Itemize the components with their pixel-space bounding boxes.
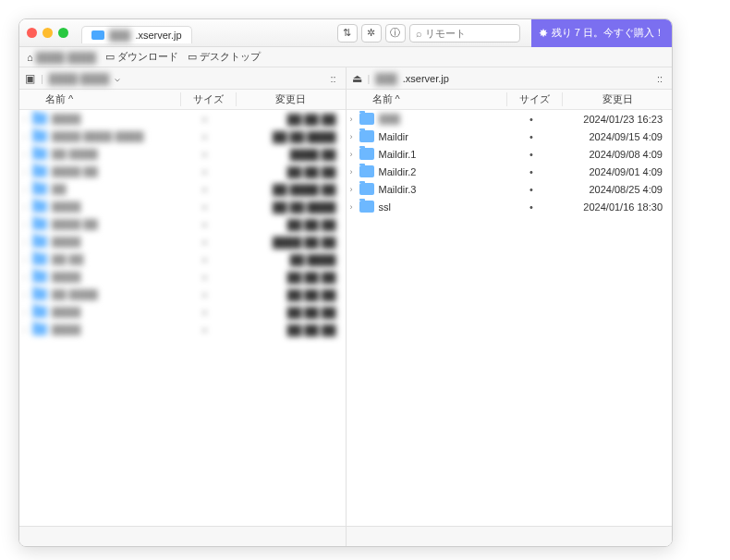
info-button[interactable]: ⓘ bbox=[385, 24, 406, 43]
file-size: • bbox=[177, 166, 233, 177]
file-size: • bbox=[177, 219, 233, 230]
file-name: ████ ████ ████ bbox=[52, 131, 177, 142]
file-row[interactable]: ›████•██ ██ ██ bbox=[19, 321, 346, 338]
file-date: ██ ██ ██ bbox=[233, 114, 342, 125]
col-name[interactable]: 名前 ^ bbox=[347, 92, 508, 106]
search-field[interactable]: ⌕ bbox=[409, 24, 520, 43]
disclosure-icon[interactable]: › bbox=[23, 167, 32, 177]
file-row[interactable]: ›████•██ ██ ████ bbox=[19, 198, 346, 215]
file-row[interactable]: ›Maildir.2•2024/09/01 4:09 bbox=[347, 163, 673, 180]
file-date: 2024/01/23 16:23 bbox=[559, 114, 668, 125]
minimize-button[interactable] bbox=[43, 28, 53, 38]
file-row[interactable]: ›████ ██•██ ██ ██ bbox=[19, 163, 346, 180]
volume-dropdown[interactable]: ⌵ bbox=[115, 73, 120, 83]
disclosure-icon[interactable]: › bbox=[350, 115, 359, 124]
col-date[interactable]: 変更日 bbox=[237, 92, 346, 106]
disclosure-icon[interactable]: › bbox=[23, 185, 32, 194]
file-row[interactable]: ›████•██ ██ ██ bbox=[19, 268, 346, 286]
folder-icon bbox=[32, 165, 47, 177]
folder-icon bbox=[32, 130, 47, 142]
file-row[interactable]: ›██•██ ████ ██ bbox=[19, 180, 346, 198]
gear-icon: ✸ bbox=[539, 27, 548, 40]
file-date: ██ ██ ██ bbox=[233, 166, 342, 177]
local-columns: 名前 ^ サイズ 変更日 bbox=[19, 90, 346, 110]
disclosure-icon[interactable]: › bbox=[23, 150, 32, 159]
sync-button[interactable]: ✲ bbox=[361, 24, 382, 43]
file-date: ████ ██ bbox=[233, 149, 342, 160]
file-size: • bbox=[504, 131, 559, 142]
file-name: ████ bbox=[52, 237, 177, 248]
disclosure-icon[interactable]: › bbox=[23, 220, 32, 229]
file-name: Maildir.1 bbox=[379, 149, 505, 160]
window-controls bbox=[27, 28, 68, 38]
disclosure-icon[interactable]: › bbox=[23, 290, 32, 299]
remote-header: ⏏ | ███ .xserver.jp :: bbox=[347, 67, 673, 90]
file-row[interactable]: ›██ ████•████ ██ bbox=[19, 145, 346, 163]
disclosure-icon[interactable]: › bbox=[23, 202, 32, 212]
disclosure-icon[interactable]: › bbox=[350, 185, 359, 194]
folder-icon bbox=[359, 183, 374, 195]
toolbar: ⇅ ✲ ⓘ ⌕ bbox=[337, 24, 520, 43]
file-row[interactable]: ›Maildir.3•2024/08/25 4:09 bbox=[347, 180, 673, 198]
crumb-downloads[interactable]: ▭ダウンロード bbox=[105, 50, 178, 64]
file-row[interactable]: ›Maildir•2024/09/15 4:09 bbox=[347, 128, 673, 145]
crumb-desktop[interactable]: ▭デスクトップ bbox=[188, 50, 261, 64]
col-date[interactable]: 変更日 bbox=[563, 92, 672, 106]
col-size[interactable]: サイズ bbox=[181, 92, 237, 106]
remote-host-prefix: ███ bbox=[375, 73, 396, 84]
col-name[interactable]: 名前 ^ bbox=[19, 92, 181, 106]
disclosure-icon[interactable]: › bbox=[23, 237, 32, 247]
folder-icon bbox=[32, 288, 47, 300]
file-date: ██ ████ bbox=[233, 254, 342, 265]
disclosure-icon[interactable]: › bbox=[350, 132, 359, 141]
disclosure-icon[interactable]: › bbox=[23, 325, 32, 335]
file-row[interactable]: ›██ ████•██ ██ ██ bbox=[19, 286, 346, 303]
disclosure-icon[interactable]: › bbox=[23, 308, 32, 317]
local-header: ▣ | ████ ████ ⌵ :: bbox=[19, 67, 346, 90]
file-row[interactable]: ›████•██ ██ ██ bbox=[19, 110, 346, 128]
search-input[interactable] bbox=[425, 28, 508, 39]
disclosure-icon[interactable]: › bbox=[23, 255, 32, 264]
file-row[interactable]: ›████ ██•██ ██ ██ bbox=[19, 215, 346, 233]
view-toggle[interactable]: :: bbox=[326, 73, 339, 84]
folder-icon bbox=[32, 148, 47, 160]
file-date: ██ ██ ██ bbox=[233, 289, 342, 300]
file-row[interactable]: ›████•████ ██ ██ bbox=[19, 233, 346, 250]
disclosure-icon[interactable]: › bbox=[350, 202, 359, 212]
crumb-home[interactable]: ⌂████ ████ bbox=[27, 52, 96, 63]
disclosure-icon[interactable]: › bbox=[350, 150, 359, 159]
zoom-button[interactable] bbox=[58, 28, 68, 38]
disclosure-icon[interactable]: › bbox=[23, 115, 32, 124]
folder-icon bbox=[359, 165, 374, 177]
file-date: 2024/09/01 4:09 bbox=[559, 166, 668, 177]
file-size: • bbox=[177, 131, 233, 142]
file-row[interactable]: ›███•2024/01/23 16:23 bbox=[347, 110, 673, 128]
folder-icon bbox=[32, 113, 47, 125]
connection-tab[interactable]: ███ .xserver.jp bbox=[81, 26, 192, 43]
disclosure-icon[interactable]: › bbox=[23, 132, 32, 141]
file-row[interactable]: ›██ ██•██ ████ bbox=[19, 250, 346, 268]
file-row[interactable]: ›████ ████ ████•██ ██ ████ bbox=[19, 128, 346, 145]
folder-icon bbox=[32, 236, 47, 248]
folder-icon bbox=[359, 148, 374, 160]
disclosure-icon[interactable]: › bbox=[350, 167, 359, 177]
file-date: ██ ██ ████ bbox=[233, 201, 342, 213]
file-row[interactable]: ›Maildir.1•2024/09/08 4:09 bbox=[347, 145, 673, 163]
file-name: ████ bbox=[52, 272, 177, 283]
file-size: • bbox=[504, 114, 559, 125]
file-row[interactable]: ›ssl•2024/01/16 18:30 bbox=[347, 198, 673, 215]
disclosure-icon[interactable]: › bbox=[23, 273, 32, 282]
eject-icon[interactable]: ⏏ bbox=[352, 72, 362, 85]
folder-icon bbox=[32, 201, 47, 213]
folder-icon bbox=[359, 130, 374, 142]
folder-icon bbox=[32, 306, 47, 318]
close-button[interactable] bbox=[27, 28, 37, 38]
view-toggle[interactable]: :: bbox=[653, 73, 666, 84]
file-size: • bbox=[177, 324, 233, 335]
file-name: ████ bbox=[52, 114, 177, 125]
home-icon: ⌂ bbox=[27, 52, 33, 63]
transfer-button[interactable]: ⇅ bbox=[337, 24, 358, 43]
file-row[interactable]: ›████•██ ██ ██ bbox=[19, 303, 346, 321]
trial-banner[interactable]: ✸ 残り 7 日。今すぐ購入！ bbox=[531, 19, 672, 47]
col-size[interactable]: サイズ bbox=[507, 92, 563, 106]
